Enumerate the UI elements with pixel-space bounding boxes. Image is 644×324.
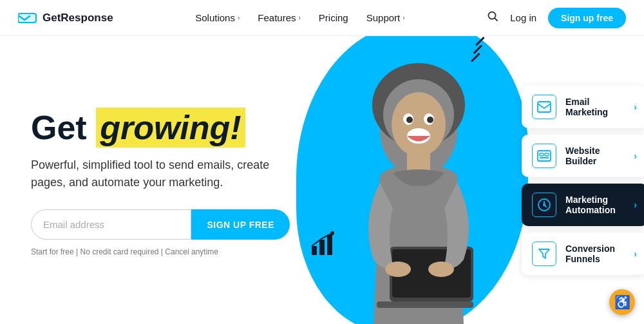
svg-rect-18 <box>377 301 473 308</box>
logo[interactable]: GetResponse <box>18 11 113 25</box>
svg-point-20 <box>428 262 454 277</box>
svg-rect-4 <box>319 240 325 255</box>
nav-links: Solutions › Features › Pricing Support › <box>195 12 404 23</box>
conversion-funnels-card[interactable]: ConversionFunnels › <box>522 233 644 275</box>
card-chevron-icon: › <box>634 102 637 112</box>
nav-pricing[interactable]: Pricing <box>319 12 348 23</box>
svg-rect-25 <box>545 153 549 156</box>
card-title: MarketingAutomation <box>565 195 625 215</box>
search-icon[interactable] <box>487 10 498 25</box>
accessibility-button[interactable]: ♿ <box>609 289 635 315</box>
card-title: EmailMarketing <box>565 97 625 117</box>
card-chevron-icon: › <box>634 249 637 259</box>
email-marketing-card[interactable]: EmailMarketing › <box>522 86 644 128</box>
chevron-icon: › <box>238 14 240 21</box>
hero-person-image <box>322 47 515 324</box>
nav-support[interactable]: Support › <box>366 12 405 23</box>
svg-point-2 <box>489 12 496 19</box>
signup-form: SIGN UP FREE <box>31 209 290 240</box>
svg-point-6 <box>330 231 334 235</box>
nav-features[interactable]: Features › <box>258 12 301 23</box>
card-text: MarketingAutomation <box>565 195 625 215</box>
nav-solutions[interactable]: Solutions › <box>195 12 240 23</box>
funnel-icon <box>532 242 556 266</box>
dash-line-3 <box>471 53 480 62</box>
hero-section: Get growing! Powerful, simplified tool t… <box>0 36 644 324</box>
card-chevron-icon: › <box>634 151 637 161</box>
chart-icon <box>309 228 341 260</box>
chevron-icon: › <box>298 14 300 21</box>
svg-rect-24 <box>540 153 544 156</box>
nav-actions: Log in Sign up free <box>487 8 626 28</box>
disclaimer-text: Start for free | No credit card required… <box>31 247 290 256</box>
card-title: ConversionFunnels <box>565 243 625 264</box>
brand-name: GetResponse <box>43 12 113 24</box>
hero-subtitle: Powerful, simplified tool to send emails… <box>31 157 276 191</box>
svg-rect-26 <box>540 157 549 158</box>
email-input[interactable] <box>31 209 191 240</box>
hero-image <box>316 36 515 324</box>
decorative-lines <box>471 49 483 66</box>
svg-rect-22 <box>538 102 551 112</box>
cta-button[interactable]: SIGN UP FREE <box>191 209 290 240</box>
card-text: ConversionFunnels <box>565 243 625 264</box>
card-chevron-icon: › <box>634 200 637 210</box>
card-text: EmailMarketing <box>565 97 625 117</box>
automation-icon <box>532 193 556 217</box>
feature-cards: EmailMarketing › WebsiteBuilder › <box>515 36 644 324</box>
svg-point-28 <box>543 204 545 206</box>
hero-content: Get growing! Powerful, simplified tool t… <box>0 36 316 324</box>
navbar: GetResponse Solutions › Features › Prici… <box>0 0 644 36</box>
website-icon <box>532 144 556 168</box>
svg-rect-5 <box>327 234 332 255</box>
signup-button[interactable]: Sign up free <box>548 8 626 28</box>
card-text: WebsiteBuilder <box>565 146 625 166</box>
svg-point-15 <box>427 117 433 123</box>
svg-point-10 <box>392 92 446 157</box>
svg-point-19 <box>385 262 411 277</box>
marketing-automation-card[interactable]: MarketingAutomation › <box>522 184 644 226</box>
chevron-icon: › <box>402 14 404 21</box>
svg-point-14 <box>406 117 413 123</box>
website-builder-card[interactable]: WebsiteBuilder › <box>522 135 644 177</box>
hero-highlight: growing! <box>96 108 245 148</box>
login-button[interactable]: Log in <box>510 12 536 23</box>
email-icon <box>532 95 556 119</box>
hero-heading: Get growing! <box>31 110 290 146</box>
card-title: WebsiteBuilder <box>565 146 625 166</box>
svg-rect-3 <box>312 246 317 255</box>
